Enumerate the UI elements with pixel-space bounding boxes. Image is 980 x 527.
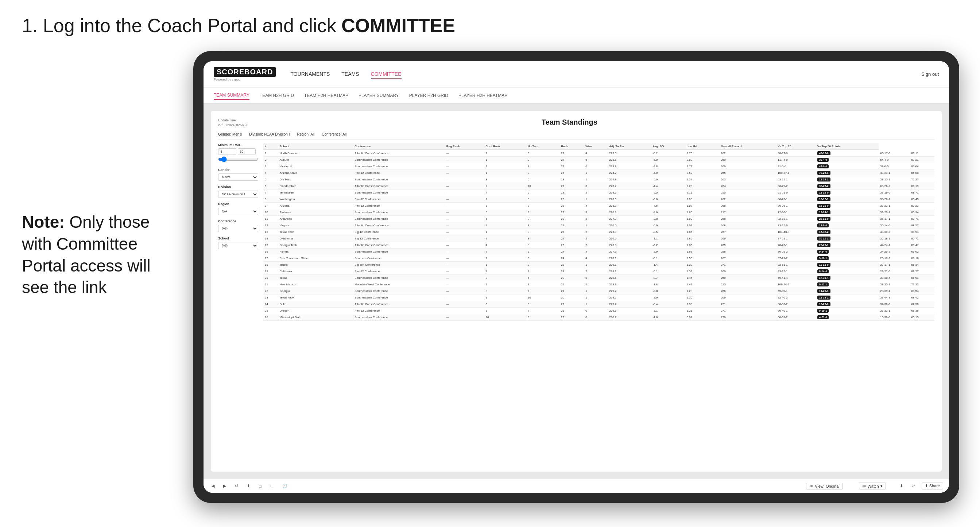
col-overall-record: Overall Record xyxy=(719,143,776,150)
nav-items: TOURNAMENTS TEAMS COMMITTEE xyxy=(290,70,921,79)
toolbar-expand[interactable]: ⤢ xyxy=(910,483,917,489)
tablet-frame: SCOREBOARD Powered by clippd TOURNAMENTS… xyxy=(193,51,959,503)
region-select[interactable]: N/A xyxy=(218,208,258,215)
step-highlight: COMMITTEE xyxy=(341,15,455,36)
table-row: 13Texas TechBig 12 Conference—19272276.9… xyxy=(263,229,934,235)
nav-item-committee[interactable]: COMMITTEE xyxy=(371,70,402,79)
logo-sub: Powered by clippd xyxy=(214,78,276,81)
col-conf-rank: Conf Rank xyxy=(484,143,526,150)
table-row: 15Georgia TechAtlantic Coast Conference—… xyxy=(263,242,934,249)
table-row: 9ArizonaPac-12 Conference—38234278.3-4.6… xyxy=(263,203,934,209)
toolbar-forward[interactable]: ▶ xyxy=(221,483,228,489)
note-block: Note: Only those with Committee Portal a… xyxy=(22,211,161,298)
toolbar-back[interactable]: ◀ xyxy=(209,483,216,489)
sub-nav-team-summary[interactable]: TEAM SUMMARY xyxy=(214,91,250,100)
col-vs-top-25: Vs Top 25 xyxy=(776,143,816,150)
table-row: 10AlabamaSoutheastern Conference—5823327… xyxy=(263,209,934,216)
standings-table: # School Conference Reg Rank Conf Rank N… xyxy=(263,143,934,321)
table-row: 16FloridaSoutheastern Conference—7924427… xyxy=(263,249,934,255)
conference-group: Conference (All) xyxy=(218,219,258,232)
table-row: 2AuburnSoutheastern Conference—19276273.… xyxy=(263,157,934,163)
nav-item-teams[interactable]: TEAMS xyxy=(341,70,359,79)
gender-select[interactable]: Men's Women's xyxy=(218,173,258,181)
update-time: Update time: 27/03/2024 16:56:26 xyxy=(218,118,248,127)
min-rounds-slider[interactable] xyxy=(218,156,258,162)
table-row: 1North CarolinaAtlantic Coast Conference… xyxy=(263,150,934,157)
col-conference: Conference xyxy=(353,143,445,150)
toolbar-download[interactable]: ⬇ xyxy=(897,483,905,489)
bottom-toolbar: ◀ ▶ ↺ ⬆ □ ⊕ 🕐 👁 View: Original 👁 Watch ▾… xyxy=(204,479,949,493)
school-select[interactable]: (All) xyxy=(218,242,258,249)
content-body: Minimum Rou... Gender Men's Women' xyxy=(218,143,934,460)
region-filter-label: Region: All xyxy=(297,132,314,136)
toolbar-share-url[interactable]: ⬆ xyxy=(245,483,252,489)
toolbar-bookmark[interactable]: □ xyxy=(257,483,264,489)
table-row: 12VirginiaAtlantic Coast Conference—4824… xyxy=(263,222,934,229)
content-card: Update time: 27/03/2024 16:56:26 Team St… xyxy=(211,111,942,471)
watch-button[interactable]: 👁 Watch ▾ xyxy=(859,483,886,489)
min-rounds-range xyxy=(218,148,258,155)
table-row: 23Texas A&MSoutheastern Conference—91030… xyxy=(263,294,934,301)
min-rounds-min[interactable] xyxy=(218,148,236,155)
scoreboard-logo: SCOREBOARD Powered by clippd xyxy=(214,67,276,81)
school-group: School (All) xyxy=(218,237,258,249)
tablet-screen: SCOREBOARD Powered by clippd TOURNAMENTS… xyxy=(204,61,949,493)
card-header: Update time: 27/03/2024 16:56:26 Team St… xyxy=(218,118,934,127)
step-number: 1. xyxy=(22,15,38,36)
sub-nav: TEAM SUMMARY TEAM H2H GRID TEAM H2H HEAT… xyxy=(204,87,949,103)
toolbar-more[interactable]: ⊕ xyxy=(268,483,276,489)
toolbar-refresh[interactable]: ↺ xyxy=(233,483,240,489)
nav-item-tournaments[interactable]: TOURNAMENTS xyxy=(290,70,330,79)
table-row: 18IllinoisBig Ten Conference—18231279.1-… xyxy=(263,262,934,268)
col-avg-sg: Avg. SG xyxy=(651,143,685,150)
logo-main: SCOREBOARD xyxy=(214,67,276,77)
region-group: Region N/A xyxy=(218,202,258,215)
table-row: 26Mississippi StateSoutheastern Conferen… xyxy=(263,314,934,321)
update-time-value: 27/03/2024 16:56:26 xyxy=(218,123,248,127)
col-adj-to-par: Adj. To Par xyxy=(608,143,651,150)
col-no-tour: No Tour xyxy=(526,143,560,150)
note-label: Note: xyxy=(22,213,65,232)
watch-label: Watch xyxy=(868,484,879,488)
conference-label: Conference xyxy=(218,219,258,223)
col-wins: Wins xyxy=(584,143,608,150)
table-row: 11ArkansasSoutheastern Conference—682332… xyxy=(263,216,934,222)
division-label: Division xyxy=(218,185,258,189)
gender-group: Gender Men's Women's xyxy=(218,168,258,181)
division-filter-label: Division: NCAA Division I xyxy=(249,132,290,136)
table-row: 3VanderbiltSoutheastern Conference—28276… xyxy=(263,163,934,170)
min-rounds-label: Minimum Rou... xyxy=(218,143,258,147)
col-rank: # xyxy=(263,143,278,150)
division-group: Division NCAA Division I xyxy=(218,185,258,198)
table-row: 14OklahomaBig 12 Conference—28242276.6-3… xyxy=(263,235,934,242)
conference-select[interactable]: (All) xyxy=(218,225,258,232)
view-icon: 👁 xyxy=(809,484,813,488)
table-row: 6Florida StateAtlantic Coast Conference—… xyxy=(263,183,934,189)
table-row: 24DukeAtlantic Coast Conference—59271279… xyxy=(263,301,934,308)
col-low-rd: Low Rd. xyxy=(685,143,719,150)
watch-chevron: ▾ xyxy=(880,484,883,488)
sub-nav-team-h2h-heatmap[interactable]: TEAM H2H HEATMAP xyxy=(304,92,348,100)
division-select[interactable]: NCAA Division I xyxy=(218,190,258,198)
sub-nav-player-summary[interactable]: PLAYER SUMMARY xyxy=(358,92,399,100)
min-rounds-max[interactable] xyxy=(238,148,256,155)
filters-row: Gender: Men's Division: NCAA Division I … xyxy=(218,132,934,140)
sign-out-link[interactable]: Sign out xyxy=(921,71,939,77)
share-label: Share xyxy=(929,484,940,488)
sub-nav-player-h2h-heatmap[interactable]: PLAYER H2H HEATMAP xyxy=(458,92,508,100)
sub-nav-player-h2h-grid[interactable]: PLAYER H2H GRID xyxy=(409,92,448,100)
col-rnds: Rnds xyxy=(560,143,584,150)
table-area: # School Conference Reg Rank Conf Rank N… xyxy=(263,143,934,460)
col-school: School xyxy=(278,143,353,150)
step-label: 1. Log into the Coach Portal and click C… xyxy=(22,14,455,37)
minimum-rounds-group: Minimum Rou... xyxy=(218,143,258,163)
share-button[interactable]: ⬆ Share xyxy=(922,483,943,489)
table-row: 17East Tennessee StateSouthern Conferenc… xyxy=(263,255,934,262)
step-text: Log into the Coach Portal and click xyxy=(43,15,341,36)
view-original-button[interactable]: 👁 View: Original xyxy=(806,483,843,489)
toolbar-clock[interactable]: 🕐 xyxy=(280,483,290,489)
sub-nav-team-h2h-grid[interactable]: TEAM H2H GRID xyxy=(260,92,294,100)
school-label: School xyxy=(218,237,258,240)
conference-filter-label: Conference: All xyxy=(322,132,347,136)
gender-label: Gender xyxy=(218,168,258,171)
